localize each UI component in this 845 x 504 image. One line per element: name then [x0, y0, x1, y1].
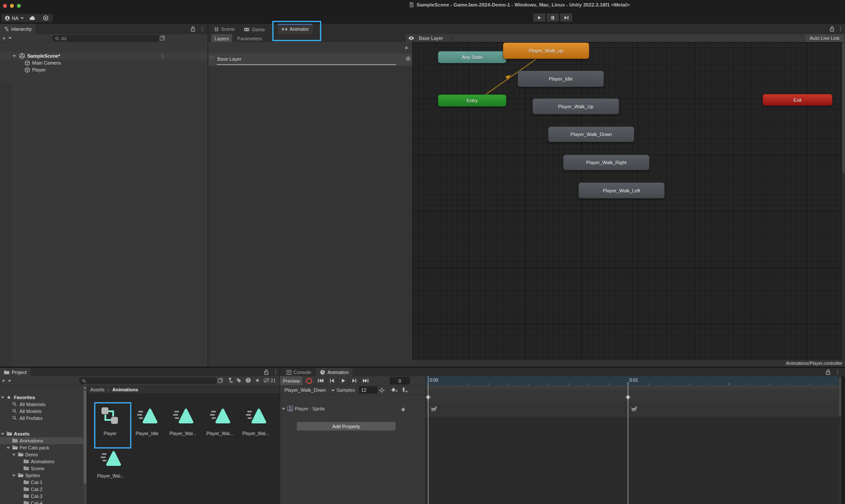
- asset-item-player-wal-[interactable]: Player_Wal...: [165, 407, 201, 436]
- last-key-button[interactable]: [360, 376, 371, 385]
- keyframe-target-icon[interactable]: [379, 387, 385, 393]
- time-ruler[interactable]: 0:00 0:01: [426, 376, 842, 386]
- asset-item-player-wal-[interactable]: Player_Wal...: [202, 407, 238, 436]
- tree-item-favorites[interactable]: ★Favorites: [0, 394, 83, 401]
- hierarchy-row-player[interactable]: Player: [0, 66, 207, 73]
- state-node-player-walk-right[interactable]: Player_Walk_Right: [563, 155, 649, 170]
- property-row-player-sprite[interactable]: Player : Sprite: [280, 404, 425, 413]
- tree-item-cat-1[interactable]: Cat-1: [0, 479, 83, 486]
- hierarchy-lock-icon[interactable]: [190, 26, 196, 32]
- hierarchy-search-input[interactable]: All: [52, 35, 160, 42]
- graph-vertical-scrollbar[interactable]: [842, 42, 845, 360]
- tree-item-animations[interactable]: Animations: [0, 437, 83, 444]
- asset-item-player-wal-[interactable]: Player_Wal...: [238, 407, 274, 436]
- layer-drag-handle-icon[interactable]: [210, 56, 215, 59]
- next-key-button[interactable]: [349, 376, 360, 385]
- tree-item-assets[interactable]: Assets: [0, 430, 83, 437]
- prev-key-button[interactable]: [326, 376, 337, 385]
- tab-parameters[interactable]: Parameters: [234, 34, 265, 42]
- current-frame-field[interactable]: 0: [390, 377, 410, 384]
- transition-arrow[interactable]: [412, 42, 845, 367]
- add-property-button[interactable]: Add Property: [297, 422, 396, 431]
- samples-field[interactable]: 12: [359, 387, 377, 393]
- tree-item-cat-4[interactable]: Cat-4: [0, 500, 83, 504]
- animator-lock-icon[interactable]: [829, 26, 835, 32]
- animator-graph-canvas[interactable]: Any StatePlayer_Walk_upPlayer_IdleEntryP…: [412, 42, 845, 367]
- sprite-track-row[interactable]: [426, 401, 842, 418]
- state-node-player-walk-up[interactable]: Player_Walk_up: [503, 42, 589, 59]
- step-button[interactable]: [560, 13, 572, 22]
- breadcrumb-base-layer[interactable]: Base Layer: [419, 36, 443, 41]
- animation-timeline[interactable]: 0:00 0:01: [426, 376, 842, 504]
- foldout-expanded-icon[interactable]: [1, 433, 4, 435]
- project-lock-icon[interactable]: [264, 369, 269, 375]
- add-layer-button[interactable]: +: [405, 44, 408, 51]
- search-window-icon[interactable]: [160, 36, 165, 41]
- asset-item-player-wal-[interactable]: Player_Wal...: [92, 449, 129, 478]
- label-filter-icon[interactable]: [236, 378, 241, 383]
- hierarchy-row-samplescene-[interactable]: SampleScene*⋮: [0, 52, 207, 59]
- tree-item-cat-2[interactable]: Cat-2: [0, 486, 83, 493]
- animator-menu-icon[interactable]: ⋮: [838, 26, 843, 32]
- property-foldout-icon[interactable]: [282, 408, 285, 410]
- playhead-line[interactable]: [428, 376, 428, 504]
- preview-toggle-button[interactable]: Preview: [280, 376, 303, 385]
- dopesheet-summary-row[interactable]: [426, 393, 842, 402]
- project-menu-icon[interactable]: ⋮: [273, 370, 278, 375]
- vertical-splitter[interactable]: [208, 24, 208, 367]
- tab-project[interactable]: Project: [0, 368, 30, 376]
- tree-item-cat-3[interactable]: Cat-3: [0, 493, 83, 500]
- favorites-star-icon[interactable]: ★: [255, 377, 260, 384]
- tab-layers[interactable]: Layers: [211, 34, 232, 42]
- scroll-up-icon[interactable]: [83, 386, 87, 390]
- hierarchy-menu-icon[interactable]: ⋮: [200, 26, 205, 32]
- foldout-expanded-icon[interactable]: [1, 397, 4, 399]
- state-node-player-walk-up[interactable]: Player_Walk_Up: [532, 98, 619, 114]
- add-keyframe-icon[interactable]: [391, 387, 398, 393]
- state-node-player-walk-down[interactable]: Player_Walk_Down: [548, 127, 634, 142]
- state-node-entry[interactable]: Entry: [438, 94, 506, 107]
- pause-button[interactable]: [547, 13, 559, 22]
- layer-row-base-layer[interactable]: Base Layer: [208, 53, 412, 66]
- tree-item-pet-cats-pack[interactable]: Pet Cats pack: [0, 444, 83, 451]
- clip-dropdown[interactable]: Player_Walk_Down: [284, 387, 326, 393]
- hierarchy-row-main-camera[interactable]: Main Camera: [0, 59, 207, 66]
- tree-item-animations[interactable]: Animations: [0, 458, 83, 465]
- state-node-exit[interactable]: Exit: [763, 94, 832, 106]
- foldout-expanded-icon[interactable]: [7, 447, 10, 449]
- foldout-expanded-icon[interactable]: [12, 454, 16, 456]
- layer-settings-gear-icon[interactable]: [405, 56, 411, 62]
- tab-game[interactable]: Game: [240, 24, 269, 35]
- asset-item-player-idle[interactable]: Player_Idle: [129, 407, 165, 436]
- hidden-count-eye-icon[interactable]: [263, 378, 270, 383]
- first-key-button[interactable]: [315, 376, 326, 385]
- tab-console[interactable]: Console: [283, 368, 315, 377]
- tree-item-all-prefabs[interactable]: All Prefabs: [0, 415, 83, 422]
- timeline-vertical-scrollbar[interactable]: [838, 376, 842, 504]
- play-animation-button[interactable]: [337, 376, 349, 385]
- state-node-any-state[interactable]: Any State: [438, 51, 506, 63]
- create-asset-caret-icon[interactable]: [8, 380, 11, 382]
- minimize-window-button[interactable]: [10, 4, 14, 8]
- services-hub-button[interactable]: [38, 14, 53, 22]
- create-object-button[interactable]: +: [2, 35, 6, 42]
- scene-menu-icon[interactable]: ⋮: [160, 54, 165, 59]
- tab-hierarchy[interactable]: Hierarchy: [0, 24, 36, 34]
- asset-type-filter-icon[interactable]: [227, 377, 233, 384]
- state-node-player-idle[interactable]: Player_Idle: [518, 71, 604, 87]
- record-button[interactable]: [303, 376, 315, 385]
- create-asset-button[interactable]: +: [2, 377, 5, 384]
- import-log-icon[interactable]: [245, 377, 251, 383]
- tree-item-all-models[interactable]: All Models: [0, 408, 83, 415]
- tab-scene[interactable]: Scene: [210, 24, 238, 34]
- tree-scrollbar-thumb[interactable]: [84, 390, 86, 484]
- breadcrumb-assets[interactable]: Assets: [90, 387, 104, 392]
- tree-item-demo[interactable]: Demo: [0, 451, 83, 458]
- add-event-icon[interactable]: [401, 387, 408, 393]
- tree-item-sprites[interactable]: Sprites: [0, 472, 83, 479]
- project-search-input[interactable]: [79, 377, 217, 384]
- layer-weight-slider[interactable]: [217, 64, 396, 65]
- tree-scrollbar[interactable]: [83, 385, 87, 504]
- property-key-diamond-icon[interactable]: [401, 408, 405, 411]
- tree-item-all-materials[interactable]: All Materials: [0, 401, 83, 408]
